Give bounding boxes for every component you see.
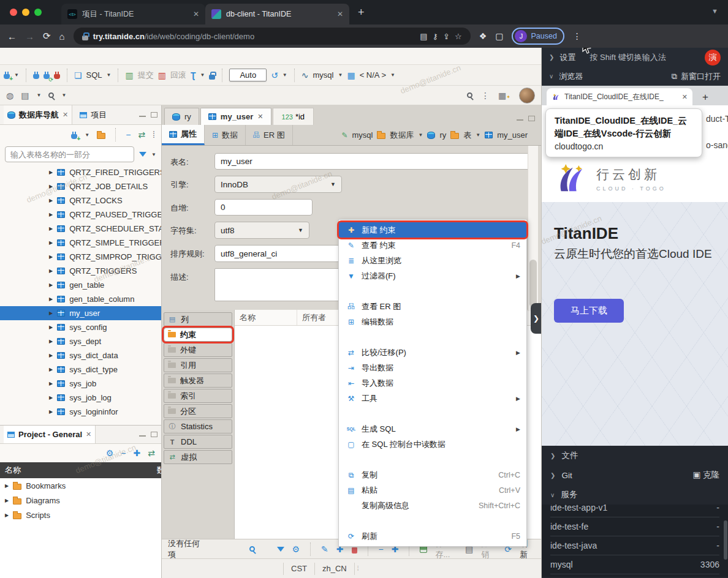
profile-chip[interactable]: J Paused [512, 28, 564, 45]
breadcrumb-db-label[interactable]: 数据库 [390, 130, 414, 141]
breadcrumb-connection[interactable]: mysql [352, 130, 373, 140]
project-tree-row[interactable]: ▶ Bookmarks [0, 478, 161, 493]
chevron-down-icon[interactable]: ∨ [549, 73, 553, 80]
transaction-filter-icon[interactable]: Ʈ [191, 70, 196, 80]
sql-editor-icon[interactable]: ❏ [74, 70, 82, 80]
browser-section[interactable]: 浏览器 [559, 71, 583, 82]
breadcrumb-table-name[interactable]: my_user [497, 130, 528, 140]
close-panel-icon[interactable]: ✕ [63, 111, 68, 119]
close-panel-icon[interactable]: ✕ [86, 430, 91, 438]
expand-icon[interactable]: ✚ [134, 448, 141, 458]
tree-row[interactable]: ▶ QRTZ_SCHEDULER_STAT [0, 222, 161, 236]
expand-arrow-icon[interactable]: ▶ [49, 310, 53, 316]
perspective-icon[interactable]: ▦✦ [498, 91, 510, 100]
new-preview-tab-button[interactable]: + [702, 91, 708, 105]
search-dropdown-icon[interactable]: ▼ [61, 92, 66, 98]
close-tab-icon[interactable]: ✕ [337, 10, 343, 18]
context-menu-item[interactable]: ⧉ 复制 Ctrl+C ▶ [339, 467, 526, 482]
new-tab-button[interactable]: + [358, 6, 365, 19]
expand-arrow-icon[interactable]: ▶ [49, 254, 53, 260]
table-name-input[interactable] [214, 153, 533, 170]
panel-expand-handle[interactable]: ❯ [531, 303, 542, 334]
git-clone-button[interactable]: ▣ 克隆 [692, 470, 719, 481]
tree-row[interactable]: ▶ my_user [0, 306, 161, 320]
context-menu-item[interactable]: ✚ 新建 约束 ▶ [339, 222, 526, 238]
project-tree-row[interactable]: ▶ Scripts [0, 508, 161, 522]
browser-tab-project[interactable]: <t> 项目 - TitanIDE ✕ [61, 4, 205, 24]
view-menu-icon[interactable]: ⁞ [153, 130, 155, 140]
grid-filter-icon[interactable] [277, 547, 284, 552]
files-section[interactable]: 文件 [561, 450, 578, 461]
context-menu-item[interactable]: ▤ 粘贴 Ctrl+V ▶ [339, 482, 526, 498]
transaction-lock-icon[interactable] [209, 75, 215, 80]
subtab-properties[interactable]: 属性 [162, 125, 205, 145]
expand-arrow-icon[interactable]: ▶ [49, 339, 53, 344]
context-menu-item[interactable]: ⇄ 比较/迁移(P) ▶ [339, 345, 526, 360]
sql-button[interactable]: SQL [86, 70, 102, 80]
grid-settings-gear-icon[interactable]: ⚙ [292, 544, 300, 554]
maximize-panel-icon[interactable] [151, 432, 157, 437]
address-bar[interactable]: try.titanide.cn/ide/web/coding/db-client… [74, 28, 471, 45]
tree-row[interactable]: ▶ QRTZ_SIMPLE_TRIGGER [0, 236, 161, 250]
expand-arrow-icon[interactable]: ▶ [49, 282, 53, 288]
tree-row[interactable]: ▶ QRTZ_TRIGGERS [0, 264, 161, 278]
minimize-panel-icon[interactable] [139, 113, 146, 117]
tab-group-icon[interactable]: ▢ [495, 31, 503, 41]
section-item[interactable]: T DDL [164, 435, 232, 449]
context-menu-item[interactable]: ⊞ 编辑数据 ▶ [339, 314, 526, 329]
bookmark-star-icon[interactable]: ☆ [455, 32, 462, 41]
section-item[interactable]: ▤ 列 [164, 312, 232, 326]
context-menu-item[interactable]: ▶ [339, 283, 526, 299]
share-icon[interactable]: ⇪ [443, 32, 450, 41]
expand-arrow-icon[interactable]: ▶ [49, 268, 53, 274]
tree-row[interactable]: ▶ sys_logininfor [0, 405, 161, 419]
context-menu-item[interactable]: ⚒ 工具 ▶ [339, 391, 526, 406]
section-item[interactable]: 分区 [164, 404, 232, 418]
chevron-right-icon[interactable]: ❯ [550, 472, 555, 479]
tree-row[interactable]: ▶ sys_dict_type [0, 362, 161, 377]
preview-tab[interactable]: TitanIDE_CloudIDE_在线IDE_ ✕ [547, 88, 692, 105]
breadcrumb-table-label[interactable]: 表 [463, 130, 471, 141]
context-menu-item[interactable]: ▶ [339, 513, 526, 528]
expand-arrow-icon[interactable]: ▶ [49, 226, 53, 231]
tree-row[interactable]: ▶ sys_config [0, 320, 161, 334]
history-dropdown-icon[interactable]: ▼ [282, 72, 287, 78]
expand-arrow-icon[interactable]: ▶ [5, 483, 9, 489]
open-new-window-button[interactable]: ⧉ 新窗口打开 [672, 71, 721, 82]
expand-arrow-icon[interactable]: ▶ [49, 353, 53, 358]
active-schema-selector[interactable]: < N/A > [360, 70, 386, 80]
clipboard-icon[interactable]: ▤ [420, 32, 427, 41]
expand-arrow-icon[interactable]: ▶ [49, 198, 53, 203]
grid-col-name[interactable]: 名称 [235, 310, 297, 325]
filter-dropdown-icon[interactable]: ▼ [151, 152, 156, 157]
chevron-right-icon[interactable]: ❯ [550, 452, 555, 459]
minimize-editor-icon[interactable] [517, 116, 523, 121]
commit-button[interactable]: 提交 [138, 70, 154, 81]
service-row[interactable]: ide-test-java - [550, 536, 719, 555]
collation-select[interactable]: utf8_general_ci [214, 245, 340, 262]
subtab-data[interactable]: ⊞ 数据 [205, 125, 246, 145]
section-item[interactable]: ⇄ 虚拟 [164, 450, 232, 464]
connection-select-dropdown-icon[interactable]: ▼ [338, 72, 343, 78]
print-dropdown-icon[interactable]: ▼ [36, 92, 41, 98]
minimize-panel-icon[interactable] [139, 432, 146, 437]
transaction-dropdown-icon[interactable]: ▼ [200, 72, 205, 78]
services-section[interactable]: 服务 [561, 489, 577, 500]
tree-row[interactable]: ▶ gen_table [0, 278, 161, 292]
services-scrollbar-thumb[interactable] [724, 520, 727, 560]
tree-row[interactable]: ▶ sys_dept [0, 334, 161, 348]
home-button[interactable]: ⌂ [59, 31, 65, 42]
context-menu-item[interactable]: ⟳ 刷新 F5 ▶ [339, 528, 526, 544]
more-options-icon[interactable]: ⋮ [481, 91, 490, 100]
tab-project-general[interactable]: Project - General ✕ [4, 426, 96, 443]
tree-row[interactable]: ▶ gen_table_column [0, 292, 161, 306]
editor-tab-my-user[interactable]: my_user ✕ [200, 108, 271, 125]
context-menu-item[interactable]: ≣ 从这里浏览 ▶ [339, 253, 526, 268]
tree-row[interactable]: ▶ QRTZ_FIRED_TRIGGERS [0, 165, 161, 179]
maximize-panel-icon[interactable] [151, 112, 157, 118]
reload-button[interactable]: ⟳ [43, 31, 51, 42]
commit-icon[interactable]: ▥ [125, 70, 133, 80]
scrollbar-thumb[interactable] [529, 260, 537, 307]
new-connection-dropdown-icon[interactable]: ▼ [85, 132, 89, 138]
subtab-er-diagram[interactable]: 品 ER 图 [246, 125, 293, 145]
